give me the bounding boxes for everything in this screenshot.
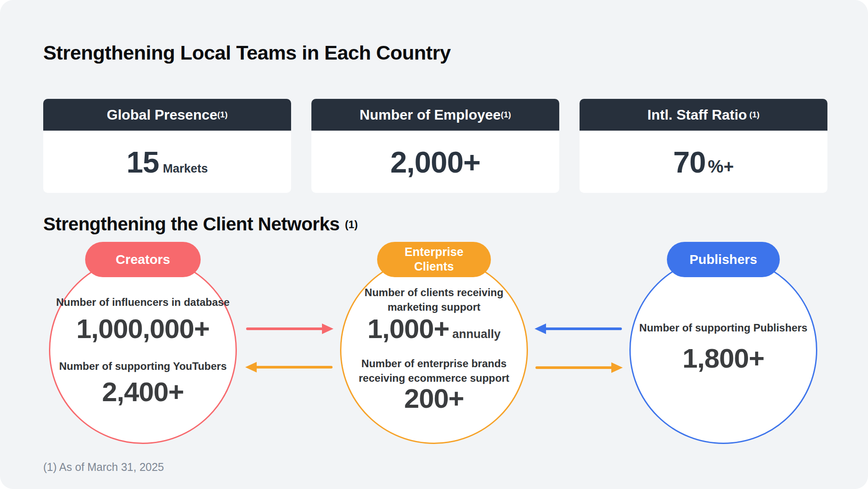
creators-circle xyxy=(49,256,237,444)
stat-value-suffix: Markets xyxy=(163,162,208,175)
arrow-head-icon xyxy=(535,323,546,334)
stat-card-body: 70%+ xyxy=(580,131,827,193)
enterprise-clients-circle xyxy=(340,256,528,444)
stat-value: 70 xyxy=(673,145,706,179)
footnote: (1) As of March 31, 2025 xyxy=(43,461,164,474)
stat-card-header-label: Global Presence xyxy=(107,107,217,123)
enterprise-stat2-caption: Number of enterprise brands receiving ec… xyxy=(346,356,522,385)
footnote-marker: (1) xyxy=(217,110,228,120)
arrow-head-icon xyxy=(611,362,623,373)
arrow-shaft xyxy=(544,327,622,330)
stat-card-body: 2,000+ xyxy=(311,131,559,193)
creators-stat2-value: 2,400+ xyxy=(41,377,244,407)
creators-stat1-value: 1,000,000+ xyxy=(41,314,244,344)
enterprise-stat1-value: 1,000+annually xyxy=(333,314,535,349)
stat-value-suffix: %+ xyxy=(708,157,734,176)
stat-card-global-presence: Global Presence(1) 15Markets xyxy=(43,99,291,193)
pill-label: Enterprise xyxy=(404,245,464,260)
enterprise-stat2-value: 200+ xyxy=(333,384,535,414)
slide-canvas: Strengthening Local Teams in Each Countr… xyxy=(0,0,868,489)
stat-value-suffix: annually xyxy=(452,327,501,341)
section2-title: Strengthening the Client Networks(1) xyxy=(43,214,358,235)
creators-pill: Creators xyxy=(85,242,201,277)
stat-value: 2,000+ xyxy=(390,145,480,179)
pill-label: Publishers xyxy=(689,252,757,267)
footnote-marker: (1) xyxy=(501,110,511,120)
arrow-shaft xyxy=(535,366,613,369)
stat-card-header: Number of Employee(1) xyxy=(311,99,559,131)
enterprise-clients-pill: EnterpriseClients xyxy=(377,242,491,277)
stat-card-header-label: Intl. Staff Ratio xyxy=(647,107,747,123)
arrow-enterprise-to-publishers xyxy=(535,362,623,373)
creators-stat2-caption: Number of supporting YouTubers xyxy=(41,359,244,373)
arrow-shaft xyxy=(246,327,324,330)
arrow-head-icon xyxy=(322,323,333,334)
stat-value: 1,000+ xyxy=(367,313,449,344)
publishers-stat1-caption: Number of supporting Publishers xyxy=(622,320,825,335)
enterprise-stat1-caption: Number of clients receiving marketing su… xyxy=(346,285,522,314)
footnote-marker: (1) xyxy=(345,218,358,230)
section2-title-text: Strengthening the Client Networks xyxy=(43,214,340,234)
stat-card-header: Global Presence(1) xyxy=(43,99,291,131)
stat-card-header: Intl. Staff Ratio (1) xyxy=(580,99,827,131)
publishers-pill: Publishers xyxy=(667,242,780,277)
arrow-enterprise-to-creators xyxy=(245,362,333,372)
stat-card-intl-staff-ratio: Intl. Staff Ratio (1) 70%+ xyxy=(580,99,827,193)
stat-card-employees: Number of Employee(1) 2,000+ xyxy=(311,99,559,193)
arrow-head-icon xyxy=(245,362,257,372)
arrow-creators-to-enterprise xyxy=(245,323,333,334)
arrow-shaft xyxy=(255,366,333,369)
stat-value: 15 xyxy=(127,145,159,179)
publishers-stat1-value: 1,800+ xyxy=(622,343,825,373)
creators-stat1-caption: Number of influencers in database xyxy=(41,295,244,309)
arrow-publishers-to-enterprise xyxy=(535,323,623,334)
stat-card-header-label: Number of Employee xyxy=(359,107,501,123)
stat-card-body: 15Markets xyxy=(43,131,291,193)
section1-title: Strengthening Local Teams in Each Countr… xyxy=(43,41,451,64)
footnote-marker: (1) xyxy=(747,110,760,120)
pill-label-line2: Clients xyxy=(414,260,454,274)
pill-label: Creators xyxy=(116,252,170,267)
